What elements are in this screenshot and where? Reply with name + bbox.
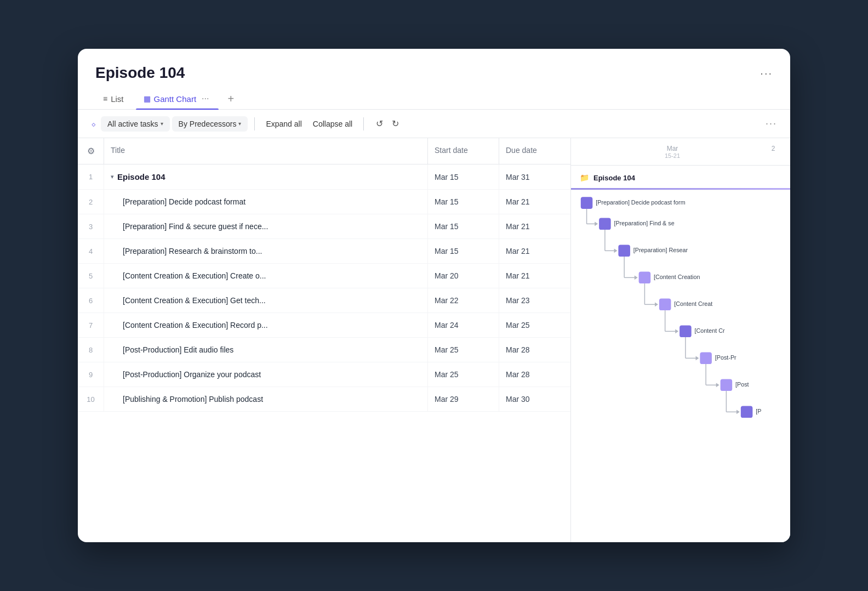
task-bar-3	[618, 245, 630, 257]
tab-list[interactable]: ≡ List	[95, 89, 132, 109]
task-bar-9	[741, 406, 753, 418]
row-num-5: 5	[78, 264, 104, 288]
row-num-4: 4	[78, 239, 104, 263]
tab-list-label: List	[111, 94, 123, 104]
row-due-1: Mar 31	[499, 164, 570, 189]
gantt-task-label-8: [Post	[735, 381, 749, 388]
arrow-3-4	[635, 275, 638, 280]
row-num-10: 10	[78, 387, 104, 411]
page-title: Episode 104	[95, 64, 185, 82]
row-start-6: Mar 22	[428, 288, 499, 312]
arrow-7-8	[716, 383, 719, 387]
row-title-9: [Post-Production] Organize your podcast	[104, 362, 428, 387]
table-row: 2 [Preparation] Decide podcast format Ma…	[78, 190, 570, 214]
redo-button[interactable]: ↻	[389, 115, 402, 132]
row-due-2: Mar 21	[499, 190, 570, 214]
undo-redo-group: ↺ ↻	[373, 115, 402, 132]
row-title-1: ▾ Episode 104	[104, 164, 428, 189]
collapse-all-button[interactable]: Collapse all	[309, 116, 357, 132]
toolbar-more-button[interactable]: ···	[766, 118, 777, 129]
tab-gantt[interactable]: ▦ Gantt Chart ···	[136, 88, 219, 109]
row-num-7: 7	[78, 313, 104, 337]
row-due-5: Mar 21	[499, 264, 570, 288]
by-predecessors-button[interactable]: By Predecessors ▾	[172, 116, 248, 132]
table-row: 8 [Post-Production] Edit audio files Mar…	[78, 338, 570, 362]
table-header: ⚙ Title Start date Due date	[78, 138, 570, 164]
arrow-8-9	[736, 410, 740, 414]
expand-all-button[interactable]: Expand all	[261, 116, 306, 132]
row-title-6: [Content Creation & Execution] Get tech.…	[104, 288, 428, 312]
task-bar-2	[599, 218, 611, 230]
table-row: 9 [Post-Production] Organize your podcas…	[78, 362, 570, 387]
title-column-header: Title	[104, 138, 428, 164]
gantt-body: 📁 Episode 104 [Preparation] Decide podca…	[571, 166, 790, 437]
row-title-text-7: [Content Creation & Execution] Record p.…	[123, 321, 268, 329]
row-start-5: Mar 20	[428, 264, 499, 288]
tab-add-button[interactable]: +	[223, 93, 238, 105]
gantt-task-label-9: [P	[756, 408, 761, 414]
row-num-1: 1	[78, 164, 104, 189]
row-due-7: Mar 25	[499, 313, 570, 337]
table-row: 4 [Preparation] Research & brainstorm to…	[78, 239, 570, 264]
arrow-4-5	[655, 302, 658, 306]
row-start-7: Mar 24	[428, 313, 499, 337]
arrow-5-6	[675, 329, 678, 333]
tab-gantt-more[interactable]: ···	[199, 94, 211, 104]
settings-icon[interactable]: ⚙	[87, 146, 95, 156]
row-start-10: Mar 29	[428, 387, 499, 411]
task-bar-1	[581, 197, 593, 209]
all-tasks-label: All active tasks	[107, 120, 158, 128]
table-row: 7 [Content Creation & Execution] Record …	[78, 313, 570, 338]
app-window: Episode 104 ··· ≡ List ▦ Gantt Chart ···…	[78, 49, 790, 542]
row-title-text-10: [Publishing & Promotion] Publish podcast	[123, 395, 263, 404]
table-body: 1 ▾ Episode 104 Mar 15 Mar 31 2 [Prepara…	[78, 164, 570, 412]
filter-icon: ⬦	[91, 119, 96, 129]
by-predecessors-chevron: ▾	[238, 121, 241, 127]
tab-bar: ≡ List ▦ Gantt Chart ··· +	[78, 88, 790, 110]
gantt-task-label-3: [Preparation] Resear	[633, 247, 688, 253]
row-expand-1[interactable]: ▾	[111, 173, 114, 180]
row-title-2: [Preparation] Decide podcast format	[104, 190, 428, 214]
row-start-4: Mar 15	[428, 239, 499, 263]
gantt-tree-svg: [Preparation] Decide podcast form [Prepa…	[571, 190, 790, 437]
row-title-7: [Content Creation & Execution] Record p.…	[104, 313, 428, 337]
settings-column-header[interactable]: ⚙	[78, 138, 104, 164]
gantt-task-label-6: [Content Cr	[695, 327, 725, 334]
all-tasks-chevron: ▾	[161, 121, 163, 127]
row-title-text-2: [Preparation] Decide podcast format	[123, 197, 245, 206]
row-due-4: Mar 21	[499, 239, 570, 263]
title-bar: Episode 104 ···	[78, 49, 790, 88]
tab-gantt-label: Gantt Chart	[154, 94, 197, 104]
toolbar: ⬦ All active tasks ▾ By Predecessors ▾ E…	[78, 110, 790, 138]
gantt-task-label-2: [Preparation] Find & se	[614, 220, 675, 226]
arrow-1-2	[595, 221, 598, 226]
row-title-text-5: [Content Creation & Execution] Create o.…	[123, 271, 266, 280]
list-icon: ≡	[103, 94, 107, 103]
gantt-month-label: Mar	[580, 145, 765, 152]
table-row: 10 [Publishing & Promotion] Publish podc…	[78, 387, 570, 412]
gantt-icon: ▦	[144, 94, 151, 103]
undo-button[interactable]: ↺	[373, 115, 386, 132]
row-num-2: 2	[78, 190, 104, 214]
main-content: ⚙ Title Start date Due date 1 ▾ Episode …	[78, 138, 790, 542]
all-tasks-button[interactable]: All active tasks ▾	[101, 116, 170, 132]
table-row: 6 [Content Creation & Execution] Get tec…	[78, 288, 570, 313]
row-start-1: Mar 15	[428, 164, 499, 189]
row-title-text-1: Episode 104	[117, 172, 165, 181]
gantt-task-label-5: [Content Creat	[674, 300, 712, 307]
gantt-col2-header: 2	[765, 145, 781, 159]
row-title-text-4: [Preparation] Research & brainstorm to..…	[123, 247, 262, 255]
row-title-10: [Publishing & Promotion] Publish podcast	[104, 387, 428, 411]
row-title-3: [Preparation] Find & secure guest if nec…	[104, 214, 428, 238]
gantt-task-label-1: [Preparation] Decide podcast form	[596, 199, 685, 206]
row-title-text-9: [Post-Production] Organize your podcast	[123, 370, 261, 379]
title-more-button[interactable]: ···	[760, 67, 773, 79]
table-row: 3 [Preparation] Find & secure guest if n…	[78, 214, 570, 239]
due-date-column-header: Due date	[499, 138, 570, 164]
by-predecessors-label: By Predecessors	[179, 120, 237, 128]
gantt-month-header: Mar 15-21	[580, 145, 765, 159]
row-title-8: [Post-Production] Edit audio files	[104, 338, 428, 362]
task-bar-6	[679, 326, 692, 338]
gantt-progress-line	[571, 188, 790, 190]
row-title-4: [Preparation] Research & brainstorm to..…	[104, 239, 428, 263]
